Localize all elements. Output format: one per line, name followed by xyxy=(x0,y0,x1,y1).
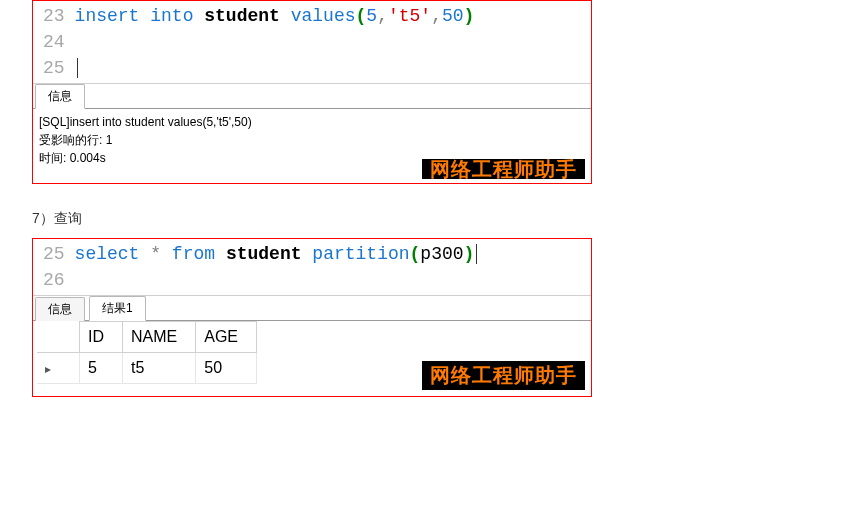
message-line: 受影响的行: 1 xyxy=(39,131,585,149)
output-tabstrip-1: 信息 xyxy=(33,83,591,109)
sql-panel-insert: 23 24 25 insert into student values(5,'t… xyxy=(32,0,592,184)
line-number: 26 xyxy=(43,267,65,293)
watermark: 网络工程师助手 xyxy=(422,159,585,179)
output-tabstrip-2: 信息 结果1 xyxy=(33,295,591,321)
current-row-indicator: ▸ xyxy=(45,362,55,376)
code-line-23: insert into student values(5,'t5',50) xyxy=(75,3,587,29)
line-number: 25 xyxy=(43,241,65,267)
watermark: 网络工程师助手 xyxy=(422,361,585,390)
text-cursor xyxy=(476,244,477,264)
code-area[interactable]: select * from student partition(p300) xyxy=(71,239,591,295)
code-area[interactable]: insert into student values(5,'t5',50) xyxy=(71,1,591,83)
line-number: 25 xyxy=(43,55,65,81)
line-number-gutter: 25 26 xyxy=(33,239,71,295)
col-age[interactable]: AGE xyxy=(196,322,257,353)
code-line-25 xyxy=(75,55,587,81)
code-line-25: select * from student partition(p300) xyxy=(75,241,587,267)
line-number-gutter: 23 24 25 xyxy=(33,1,71,83)
sql-editor-2[interactable]: 25 26 select * from student partition(p3… xyxy=(33,239,591,295)
table-row[interactable]: ▸ 5 t5 50 xyxy=(37,353,257,384)
messages-panel: [SQL]insert into student values(5,'t5',5… xyxy=(33,109,591,183)
line-number: 23 xyxy=(43,3,65,29)
sql-editor-1[interactable]: 23 24 25 insert into student values(5,'t… xyxy=(33,1,591,83)
result-table[interactable]: ID NAME AGE ▸ 5 t5 50 xyxy=(37,321,257,384)
code-line-24 xyxy=(75,29,587,55)
cell-age[interactable]: 50 xyxy=(196,353,257,384)
line-number: 24 xyxy=(43,29,65,55)
tab-messages[interactable]: 信息 xyxy=(35,84,85,109)
message-line: [SQL]insert into student values(5,'t5',5… xyxy=(39,113,585,131)
cell-name[interactable]: t5 xyxy=(123,353,196,384)
sql-panel-select: 25 26 select * from student partition(p3… xyxy=(32,238,592,397)
table-header-row: ID NAME AGE xyxy=(37,322,257,353)
section7-heading: 7）查询 xyxy=(32,210,592,228)
code-line-26 xyxy=(75,267,587,293)
results-panel: ID NAME AGE ▸ 5 t5 50 网络工程师助手 xyxy=(33,321,591,396)
col-id[interactable]: ID xyxy=(80,322,123,353)
tab-messages[interactable]: 信息 xyxy=(35,297,85,321)
col-name[interactable]: NAME xyxy=(123,322,196,353)
cell-id[interactable]: 5 xyxy=(80,353,123,384)
tab-results-1[interactable]: 结果1 xyxy=(89,296,146,321)
text-cursor xyxy=(77,58,78,78)
